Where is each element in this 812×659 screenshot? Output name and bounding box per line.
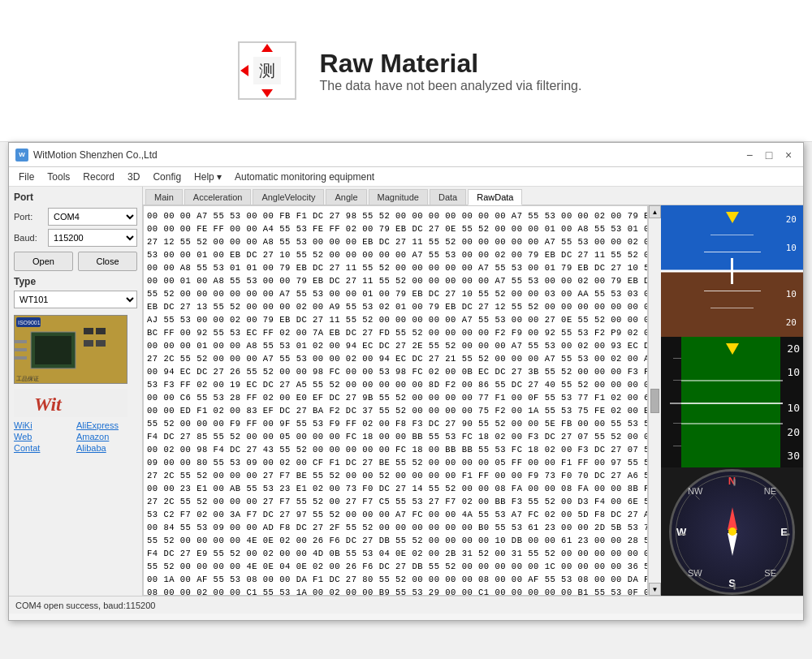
alt-num-20-top: 20 (787, 342, 800, 355)
hex-line: AJ 55 53 00 00 02 00 79 EB DC 27 11 55 5… (147, 313, 644, 326)
data-area: 00 00 00 A7 55 53 00 00 FB F1 DC 27 98 5… (143, 205, 803, 596)
hex-line: 55 52 00 00 00 00 4E 0E 04 0E 02 00 26 F… (147, 560, 644, 573)
instruments-panel: 20 10 10 20 (661, 205, 803, 596)
hex-line: 27 2C 55 52 00 00 00 27 F7 BE 55 52 00 0… (147, 469, 644, 482)
hex-line: F4 DC 27 85 55 52 00 00 05 00 00 00 FC 1… (147, 430, 644, 443)
scroll-up-arrow[interactable]: ▲ (649, 205, 661, 218)
alibaba-link[interactable]: Alibaba (76, 443, 137, 453)
hex-line: 27 2C 55 52 00 00 00 27 F7 55 52 00 27 F… (147, 495, 644, 508)
ai-needle (726, 212, 739, 223)
close-button-port[interactable]: Close (78, 252, 137, 271)
svg-text:测: 测 (259, 62, 275, 80)
contact-link[interactable]: Contat (14, 443, 75, 453)
altimeter: 20 10 10 20 30 (661, 337, 803, 468)
menu-tools[interactable]: Tools (41, 170, 76, 184)
title-bar-controls: − □ × (741, 147, 797, 163)
tab-main[interactable]: Main (145, 189, 183, 205)
hex-line: 53 C2 F7 02 00 3A F7 DC 27 97 55 52 00 0… (147, 508, 644, 521)
wit-logo-svg: Wit (30, 391, 111, 416)
menu-file[interactable]: File (12, 170, 41, 184)
tick4 (673, 423, 681, 424)
maximize-button[interactable]: □ (761, 147, 777, 163)
tab-data[interactable]: Data (430, 189, 466, 205)
type-select[interactable]: WT101 (14, 291, 137, 308)
hex-line: EB DC 27 13 55 52 00 00 00 02 00 A9 55 5… (147, 300, 644, 313)
hex-line: 00 00 23 E1 00 AB 55 53 23 E1 02 00 73 F… (147, 482, 644, 495)
hex-line: 09 00 00 80 55 53 09 00 02 00 CF F1 DC 2… (147, 456, 644, 469)
title-bar-left: W WitMotion Shenzhen Co.,Ltd (15, 149, 158, 162)
ai-left-tick (667, 270, 679, 272)
hex-line: 55 52 00 00 00 00 00 00 A7 55 53 00 00 0… (147, 287, 644, 300)
svg-text:工品保证: 工品保证 (16, 376, 39, 381)
port-row: Port: COM4 (14, 208, 137, 226)
hex-line: 00 00 C6 55 53 28 FF 02 00 E0 EF DC 27 9… (147, 391, 644, 404)
scrollbar[interactable]: ▲ ▼ (648, 205, 661, 596)
banner-title: Raw Material (320, 49, 582, 79)
tab-acceleration[interactable]: Acceleration (184, 189, 252, 205)
alt-needle (726, 343, 739, 355)
compass-container: N S E W NE NW SE SW (661, 467, 803, 596)
right-panel: Main Acceleration AngleVelocity Angle Ma… (143, 187, 803, 596)
port-select[interactable]: COM4 (48, 208, 137, 226)
wiki-link[interactable]: WiKi (14, 420, 75, 430)
minimize-button[interactable]: − (741, 147, 758, 163)
tab-rawdata[interactable]: RawData (468, 189, 522, 205)
hex-line: 00 00 00 01 00 00 A8 55 53 01 02 00 94 E… (147, 339, 644, 352)
hex-line: 53 F3 FF 02 00 19 EC DC 27 A5 55 52 00 0… (147, 378, 644, 391)
menu-record[interactable]: Record (76, 170, 121, 184)
alt-num-10-neg: 10 (787, 402, 800, 414)
baud-select[interactable]: 115200 (48, 229, 137, 247)
hex-line: 27 12 55 52 00 00 00 A8 55 53 00 00 00 E… (147, 235, 644, 248)
ai-right-tick (785, 270, 797, 272)
pitch-line-4 (710, 308, 754, 308)
left-links-area: WiKi AliExpress Web Amazon Contat Alibab… (14, 420, 137, 453)
alt-right-scale: 20 10 10 20 30 (780, 337, 803, 468)
tab-angle-velocity[interactable]: AngleVelocity (253, 189, 324, 205)
svg-rect-11 (96, 340, 106, 347)
banner-text: Raw Material The data have not been anal… (320, 49, 582, 93)
tab-angle[interactable]: Angle (326, 189, 366, 205)
alt-line1 (681, 380, 783, 381)
baud-label: Baud: (14, 233, 45, 243)
aliexpress-link[interactable]: AliExpress (76, 420, 137, 430)
arrow-left-icon (240, 65, 248, 76)
hex-line: 53 00 00 01 00 EB DC 27 10 55 52 00 00 0… (147, 248, 644, 261)
tab-magnitude[interactable]: Magnitude (369, 189, 428, 205)
alt-num-10: 10 (787, 366, 800, 378)
web-link[interactable]: Web (14, 432, 75, 441)
left-panel: Port Port: COM4 Baud: 115200 Open Close … (9, 187, 143, 596)
banner-logo: 测 (231, 34, 304, 107)
compass-center-dot (728, 528, 736, 536)
svg-rect-7 (35, 336, 71, 364)
product-image: ISO9001 工品保证 (14, 315, 127, 384)
open-close-buttons: Open Close (14, 252, 137, 271)
menu-3d[interactable]: 3D (121, 170, 146, 184)
hex-line: 08 00 00 02 00 00 C1 55 53 1A 00 02 00 0… (147, 586, 644, 596)
svg-rect-13 (15, 348, 27, 351)
scroll-thumb[interactable] (650, 389, 659, 413)
svg-rect-10 (84, 340, 93, 347)
hex-line: 00 00 A8 55 53 01 01 00 79 EB DC 27 11 5… (147, 261, 644, 274)
hex-line: 27 2C 55 52 00 00 00 A7 55 53 00 00 02 0… (147, 352, 644, 365)
hex-line: 00 84 55 53 09 00 00 AD F8 DC 27 2F 55 5… (147, 521, 644, 534)
menu-auto-monitor[interactable]: Automatic monitoring equipment (228, 170, 381, 184)
hex-display[interactable]: 00 00 00 A7 55 53 00 00 FB F1 DC 27 98 5… (143, 205, 648, 596)
open-button[interactable]: Open (14, 252, 73, 271)
pitch-line-1 (704, 252, 761, 252)
svg-rect-14 (15, 356, 27, 360)
port-section-label: Port (14, 192, 137, 203)
alt-num-20-neg: 20 (787, 426, 800, 438)
hex-line: BC FF 00 92 55 53 EC FF 02 00 7A EB DC 2… (147, 326, 644, 339)
menu-config[interactable]: Config (146, 170, 188, 184)
close-button[interactable]: × (780, 147, 797, 163)
ai-scale-10-top: 10 (786, 243, 797, 253)
amazon-link[interactable]: Amazon (76, 432, 137, 441)
arrow-top-icon (261, 44, 273, 52)
hex-line: 00 00 00 A7 55 53 00 00 FB F1 DC 27 98 5… (147, 209, 644, 222)
ai-scale-20-top: 20 (786, 214, 797, 225)
scroll-down-arrow[interactable]: ▼ (649, 583, 661, 596)
status-text: COM4 open success, baud:115200 (15, 601, 155, 610)
menu-help[interactable]: Help ▾ (188, 170, 228, 184)
hex-line: 00 1A 00 AF 55 53 08 00 00 DA F1 DC 27 8… (147, 573, 644, 586)
menu-bar: File Tools Record 3D Config Help ▾ Autom… (9, 167, 803, 187)
